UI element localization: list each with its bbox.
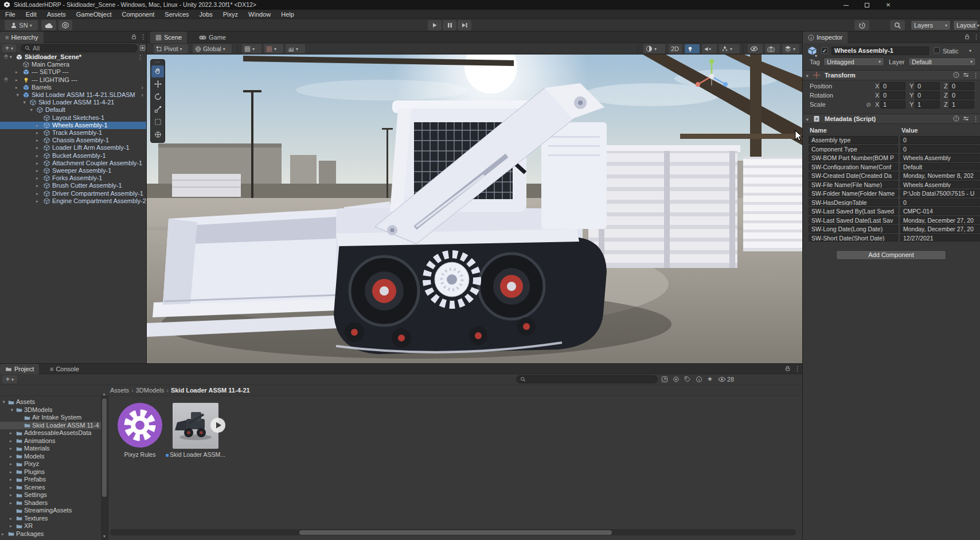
search-button[interactable] — [890, 20, 905, 30]
breadcrumb-item[interactable]: Assets — [110, 387, 129, 394]
expander-icon[interactable]: ▸ — [10, 499, 12, 507]
metadata-value-field[interactable]: Monday, November 8, 202 — [900, 172, 980, 180]
hierarchy-item[interactable]: ▸--- SETUP --- — [0, 68, 146, 76]
menu-item-file[interactable]: File — [0, 10, 21, 19]
expander-icon[interactable]: ▼ — [29, 106, 33, 114]
axis-field-x[interactable]: 0 — [880, 91, 905, 99]
account-dropdown[interactable]: SN ▾ — [5, 20, 38, 30]
open-prefab-chevron-icon[interactable]: › — [141, 84, 143, 91]
scrollbar-thumb[interactable] — [102, 398, 107, 497]
hierarchy-item[interactable]: ▼Skid Loader ASSM 11-4-21.SLDASM› — [0, 91, 146, 99]
project-tree-item[interactable]: ▸Shaders — [0, 499, 101, 507]
metadata-value-field[interactable]: Wheels Assembly — [900, 154, 980, 162]
presets-icon[interactable] — [963, 115, 969, 123]
expander-icon[interactable]: ▼ — [9, 53, 13, 61]
expander-icon[interactable]: ▼ — [22, 99, 26, 106]
hierarchy-item[interactable]: ▸Barrels› — [0, 84, 146, 91]
menu-item-window[interactable]: Window — [243, 10, 276, 19]
project-tree-item[interactable]: StreamingAssets — [0, 507, 101, 515]
expander-icon[interactable]: ▸ — [36, 160, 38, 167]
step-button[interactable] — [458, 20, 471, 30]
hierarchy-item[interactable]: ▸Chassis Assembly-1 — [0, 137, 146, 144]
expander-icon[interactable]: ▸ — [10, 445, 12, 453]
static-caret[interactable]: ▾ — [969, 48, 971, 53]
expander-icon[interactable]: ▸ — [36, 122, 38, 129]
gameobject-icon-caret[interactable]: ▾ — [815, 53, 817, 59]
expander-icon[interactable]: ▸ — [36, 129, 38, 137]
hierarchy-item[interactable]: ▸Bucket Assembly-1 — [0, 152, 146, 160]
axis-field-x[interactable]: 0 — [880, 82, 905, 90]
metadata-name-field[interactable]: SW-HasDesignTable — [809, 199, 898, 207]
expander-icon[interactable]: ▸ — [36, 167, 38, 174]
layers-dropdown[interactable]: Layers▾ — [911, 20, 951, 30]
tab-hierarchy[interactable]: ≡ Hierarchy — [0, 32, 44, 43]
project-tree-item[interactable]: Skid Loader ASSM 11-4 — [0, 422, 101, 430]
open-in-search-icon[interactable] — [661, 376, 668, 384]
metadata-kebab-icon[interactable]: ⋮ — [973, 115, 979, 123]
menu-item-pixyz[interactable]: Pixyz — [218, 10, 243, 19]
scale-link-icon[interactable]: ⊘ — [866, 101, 871, 108]
info-icon[interactable] — [696, 376, 702, 384]
gizmos-dropdown[interactable]: ▾ — [782, 44, 799, 53]
active-checkbox[interactable]: ✓ — [821, 47, 828, 54]
tab-console[interactable]: ≡ Console — [45, 364, 84, 374]
scene-lighting-toggle[interactable] — [685, 44, 700, 53]
metadata-value-field[interactable]: Default — [900, 163, 980, 171]
tab-project[interactable]: Project — [0, 364, 39, 374]
expander-icon[interactable]: ▸ — [36, 144, 38, 151]
prefab-play-button[interactable] — [210, 418, 225, 433]
hierarchy-item[interactable]: ▼Default — [0, 106, 146, 114]
close-button[interactable]: ✕ — [880, 0, 897, 10]
saved-search-star-icon[interactable]: ★ — [707, 375, 713, 383]
lock-icon[interactable] — [964, 33, 970, 41]
menu-item-assets[interactable]: Assets — [42, 10, 71, 19]
project-tree-item[interactable]: ▸Animations — [0, 437, 101, 445]
tab-inspector[interactable]: Inspector — [803, 32, 848, 43]
metadata-value-field[interactable]: Wheels Assembly — [900, 181, 980, 189]
expander-icon[interactable]: ▸ — [10, 484, 12, 492]
hierarchy-item[interactable]: ▸--- LIGHTING --- — [0, 76, 146, 84]
expander-icon[interactable]: ▸ — [15, 68, 18, 76]
undo-history-button[interactable] — [854, 20, 869, 30]
expander-icon[interactable]: ▸ — [10, 453, 12, 461]
hierarchy-kebab-icon[interactable]: ⋮ — [140, 33, 146, 41]
scrollbar-thumb[interactable] — [299, 530, 612, 535]
grid-snap-toggle[interactable]: ▾ — [242, 44, 261, 53]
static-checkbox[interactable] — [934, 47, 940, 53]
axis-field-z[interactable]: 0 — [949, 91, 974, 99]
rect-tool[interactable] — [151, 116, 164, 128]
project-tree-item[interactable]: ▼3DModels — [0, 406, 101, 414]
metadata-name-field[interactable]: SW-File Name(File Name) — [809, 181, 898, 189]
project-tree-item[interactable]: ▸Materials — [0, 445, 101, 453]
metadata-name-field[interactable]: SW-Short Date(Short Date) — [809, 234, 898, 242]
metadata-name-field[interactable]: SW-Configuration Name(Conf — [809, 163, 898, 171]
expander-icon[interactable]: ▸ — [10, 468, 12, 476]
expander-icon[interactable]: ▸ — [10, 515, 12, 523]
scale-tool[interactable] — [151, 103, 164, 115]
maximize-button[interactable] — [858, 0, 876, 10]
tab-game[interactable]: Game — [194, 32, 231, 43]
expander-icon[interactable]: ▸ — [2, 530, 4, 538]
expander-icon[interactable]: ▼ — [15, 91, 19, 99]
pause-button[interactable] — [443, 20, 456, 30]
expander-icon[interactable]: ▸ — [36, 197, 38, 205]
expander-icon[interactable]: ▸ — [10, 522, 12, 530]
hierarchy-item[interactable]: ▸Sweeper Assembly-1 — [0, 167, 146, 174]
project-search-input[interactable] — [516, 375, 658, 383]
expander-icon[interactable]: ▸ — [10, 491, 12, 499]
metadata-name-field[interactable]: Component Type — [809, 145, 898, 153]
project-tree-item[interactable]: ▸Scenes — [0, 484, 101, 492]
project-tree-item[interactable]: ▼Assets — [0, 398, 101, 406]
expander-icon[interactable]: ▸ — [10, 460, 12, 468]
metadata-value-field[interactable]: 0 — [900, 145, 980, 153]
lock-icon[interactable] — [784, 365, 791, 373]
expander-icon[interactable]: ▸ — [15, 84, 18, 91]
axis-field-y[interactable]: 0 — [915, 82, 940, 90]
tag-dropdown[interactable]: Untagged▾ — [823, 57, 884, 66]
hierarchy-item[interactable]: ▸Attachment Coupler Assembly-1 — [0, 160, 146, 167]
search-by-label-icon[interactable] — [684, 376, 691, 384]
hidden-count-eye-icon[interactable] — [718, 376, 726, 383]
expander-icon[interactable]: ▸ — [15, 76, 18, 84]
palette-grip[interactable]: ••• — [151, 61, 164, 65]
gameobject-name-field[interactable]: Wheels Assembly-1 — [831, 46, 929, 55]
